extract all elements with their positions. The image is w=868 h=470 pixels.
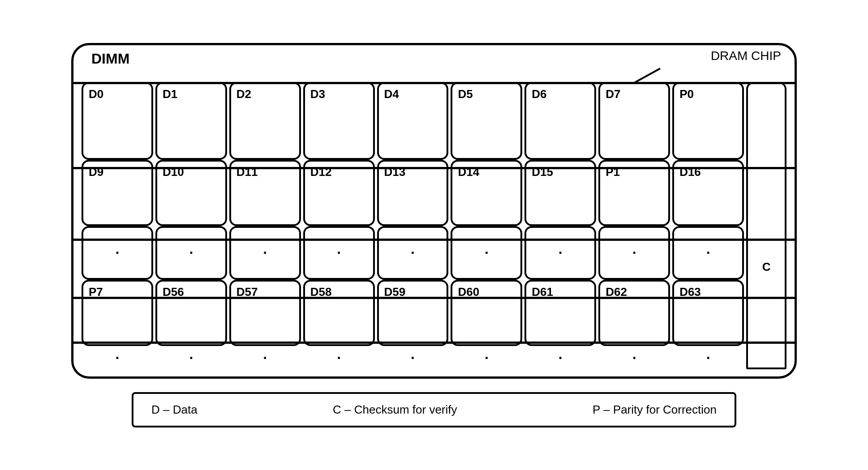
chip-dot-7b: ·: [598, 346, 670, 370]
chip-dot-0b: ·: [82, 346, 153, 370]
rail-2: [73, 239, 795, 241]
chip-d57: D57: [229, 280, 301, 346]
chip-d59: D59: [377, 280, 449, 346]
chip-dot-5b: ·: [451, 346, 522, 370]
chip-p0: P0: [672, 82, 744, 160]
chip-d9: D9: [82, 160, 153, 226]
rail-top: [73, 82, 795, 84]
page-container: DIMM DRAM CHIP D0 D9 · P7 · D1 D10: [53, 43, 815, 427]
legend-parity: P – Parity for Correction: [593, 403, 717, 417]
chip-d1: D1: [155, 82, 227, 160]
chip-dot-6a: ·: [524, 226, 596, 280]
chips-grid: D0 D9 · P7 · D1 D10 · D56 · D2 D11 · D57…: [82, 82, 786, 370]
chip-d56: D56: [155, 280, 227, 346]
chip-d4: D4: [377, 82, 449, 160]
legend-data: D – Data: [151, 403, 198, 417]
chip-d14: D14: [451, 160, 522, 226]
chip-dot-7a: ·: [598, 226, 670, 280]
chip-dot-1a: ·: [155, 226, 227, 280]
chip-d7: D7: [598, 82, 670, 160]
rail-3: [73, 297, 795, 299]
legend-box: D – Data C – Checksum for verify P – Par…: [132, 392, 736, 427]
chip-dot-3a: ·: [303, 226, 375, 280]
chip-p7: P7: [82, 280, 153, 346]
chip-last-r1: [746, 82, 786, 167]
chip-dot-0a: ·: [82, 226, 153, 280]
chip-d58: D58: [303, 280, 375, 346]
chip-d15: D15: [524, 160, 596, 226]
chip-dot-5a: ·: [451, 226, 522, 280]
chip-d13: D13: [377, 160, 449, 226]
chip-dot-2a: ·: [229, 226, 301, 280]
chip-col-5: D5 D14 · D60 ·: [451, 82, 522, 370]
chip-d6: D6: [524, 82, 596, 160]
chip-d63: D63: [672, 280, 744, 346]
chip-dot-8a: ·: [672, 226, 744, 280]
chip-d0: D0: [82, 82, 153, 160]
dram-chip-label: DRAM CHIP: [711, 49, 781, 63]
chip-dot-8b: ·: [672, 346, 744, 370]
chip-col-3: D3 D12 · D58 ·: [303, 82, 375, 370]
chip-p1: P1: [598, 160, 670, 226]
chip-col-0: D0 D9 · P7 ·: [82, 82, 153, 370]
chip-d2: D2: [229, 82, 301, 160]
chip-last-r5: [746, 367, 786, 369]
chip-dot-4a: ·: [377, 226, 449, 280]
chip-col-4: D4 D13 · D59 ·: [377, 82, 449, 370]
dimm-label: DIMM: [91, 51, 129, 67]
legend-checksum: C – Checksum for verify: [333, 403, 457, 417]
chip-dot-2b: ·: [229, 346, 301, 370]
chip-col-last: C: [746, 82, 786, 370]
chip-dot-3b: ·: [303, 346, 375, 370]
chip-d16: D16: [672, 160, 744, 226]
chip-col-6: D6 D15 · D61 ·: [524, 82, 596, 370]
chip-dot-6b: ·: [524, 346, 596, 370]
chip-d3: D3: [303, 82, 375, 160]
chip-col-8: P0 D16 · D63 ·: [672, 82, 744, 370]
chip-d60: D60: [451, 280, 522, 346]
chip-col-7: D7 P1 · D62 ·: [598, 82, 670, 370]
chip-d11: D11: [229, 160, 301, 226]
chip-dot-1b: ·: [155, 346, 227, 370]
chip-last-r2: [746, 167, 786, 238]
chip-dot-4b: ·: [377, 346, 449, 370]
chip-d61: D61: [524, 280, 596, 346]
chip-d62: D62: [598, 280, 670, 346]
chip-c: C: [746, 238, 786, 296]
dimm-diagram: DIMM DRAM CHIP D0 D9 · P7 · D1 D10: [71, 43, 797, 379]
chip-d5: D5: [451, 82, 522, 160]
chip-col-2: D2 D11 · D57 ·: [229, 82, 301, 370]
rail-1: [73, 167, 795, 169]
chip-col-1: D1 D10 · D56 ·: [155, 82, 227, 370]
rail-4: [73, 342, 795, 344]
chip-last-r4: [746, 296, 786, 368]
chip-d10: D10: [155, 160, 227, 226]
chip-d12: D12: [303, 160, 375, 226]
